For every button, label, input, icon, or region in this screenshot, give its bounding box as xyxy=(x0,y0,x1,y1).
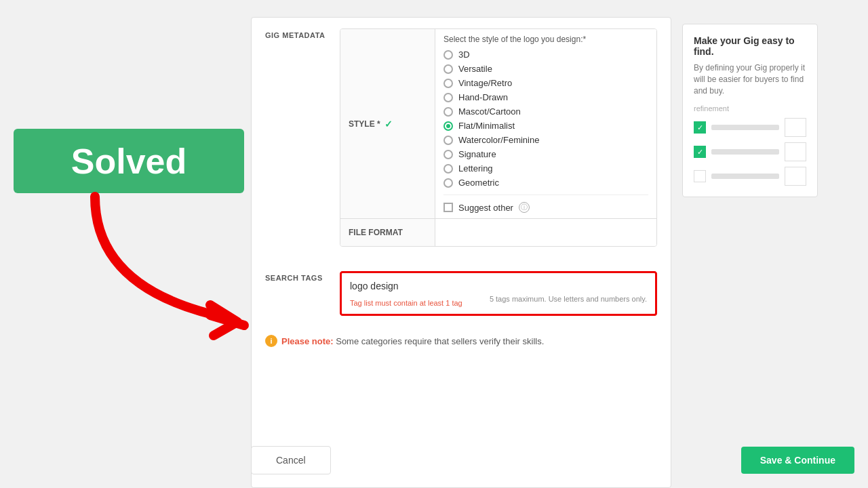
form-panel: GIG METADATA STYLE * ✓ Select the style … xyxy=(251,17,671,488)
ref-line-2 xyxy=(711,149,779,155)
note-icon-text: i xyxy=(270,337,272,345)
search-tags-section: SEARCH TAGS Tag list must contain at lea… xyxy=(252,260,671,327)
radio-flat[interactable] xyxy=(443,121,453,131)
option-hand-drawn-label: Hand-Drawn xyxy=(458,92,508,102)
tag-hint-text: 5 tags maximum. Use letters and numbers … xyxy=(490,295,647,307)
sidebar-desc: By defining your Gig properly it will be… xyxy=(694,62,806,96)
tags-footer: Tag list must contain at least 1 tag 5 t… xyxy=(350,295,647,307)
file-format-content-col xyxy=(435,219,656,246)
metadata-table: STYLE * ✓ Select the style of the logo y… xyxy=(340,28,657,247)
file-format-label-text: FILE FORMAT xyxy=(349,228,403,237)
radio-watercolor[interactable] xyxy=(443,136,453,145)
style-label-col: STYLE * ✓ xyxy=(340,29,435,218)
search-tags-box: Tag list must contain at least 1 tag 5 t… xyxy=(340,271,657,316)
radio-geometric[interactable] xyxy=(443,178,453,188)
option-vintage[interactable]: Vintage/Retro xyxy=(443,78,648,88)
file-format-row: FILE FORMAT xyxy=(340,219,656,246)
refinement-row-2: ✓ xyxy=(694,142,806,161)
sidebar-title: Make your Gig easy to find. xyxy=(694,35,806,57)
option-flat-label: Flat/Minimalist xyxy=(458,121,515,131)
option-3d[interactable]: 3D xyxy=(443,49,648,60)
suggest-other-row: Suggest other ⓘ xyxy=(443,195,648,213)
option-mascot-label: Mascot/Cartoon xyxy=(458,106,521,117)
suggest-other-checkbox[interactable] xyxy=(443,203,453,212)
gig-metadata-label: GIG METADATA xyxy=(265,31,340,39)
note-text: Please note: Some categories require tha… xyxy=(281,336,544,346)
option-lettering-label: Lettering xyxy=(458,163,493,174)
note-icon: i xyxy=(265,335,277,347)
tag-error-text: Tag list must contain at least 1 tag xyxy=(350,299,462,307)
radio-hand-drawn[interactable] xyxy=(443,93,453,102)
refinement-row-3 xyxy=(694,167,806,186)
radio-3d[interactable] xyxy=(443,50,453,60)
solved-text: Solved xyxy=(71,141,187,182)
refinement-rows: ✓ ✓ xyxy=(694,118,806,186)
style-checkmark: ✓ xyxy=(384,119,393,129)
ref-square-2 xyxy=(785,142,806,161)
suggest-other-info-icon[interactable]: ⓘ xyxy=(519,202,530,213)
option-lettering[interactable]: Lettering xyxy=(443,163,648,174)
option-signature-label: Signature xyxy=(458,149,496,159)
ref-square-3 xyxy=(785,167,806,186)
style-content-col: Select the style of the logo you design:… xyxy=(435,29,656,218)
option-watercolor-label: Watercolor/Feminine xyxy=(458,135,539,145)
style-label-text: STYLE * xyxy=(349,119,380,129)
search-tags-input[interactable] xyxy=(350,281,647,291)
option-versatile[interactable]: Versatile xyxy=(443,64,648,74)
ref-checkbox-2: ✓ xyxy=(694,146,706,158)
sidebar-refinement-label: refinement xyxy=(694,104,806,113)
radio-lettering[interactable] xyxy=(443,164,453,174)
ref-checkbox-1: ✓ xyxy=(694,121,706,134)
option-mascot[interactable]: Mascot/Cartoon xyxy=(443,106,648,117)
option-signature[interactable]: Signature xyxy=(443,149,648,159)
option-3d-label: 3D xyxy=(458,49,470,60)
cancel-button[interactable]: Cancel xyxy=(251,446,331,474)
radio-mascot[interactable] xyxy=(443,107,453,117)
page-wrapper: Solved GIG METADATA STYLE * ✓ xyxy=(0,0,868,488)
bottom-bar: Cancel Save & Continue xyxy=(251,446,854,474)
style-options-list: 3D Versatile Vintage/Retro xyxy=(443,49,648,188)
option-hand-drawn[interactable]: Hand-Drawn xyxy=(443,92,648,102)
style-title: Select the style of the logo you design:… xyxy=(443,35,648,44)
style-row: STYLE * ✓ Select the style of the logo y… xyxy=(340,29,656,219)
note-body-text: Some categories require that sellers ver… xyxy=(336,336,544,346)
note-bold-text: Please note: xyxy=(281,336,334,346)
red-arrow xyxy=(41,183,271,373)
refinement-row-1: ✓ xyxy=(694,118,806,137)
option-versatile-label: Versatile xyxy=(458,64,492,74)
note-section: i Please note: Some categories require t… xyxy=(252,327,671,355)
ref-square-1 xyxy=(785,118,806,137)
ref-line-1 xyxy=(711,125,779,130)
ref-checkbox-3 xyxy=(694,170,706,182)
radio-versatile[interactable] xyxy=(443,64,453,74)
solved-banner: Solved xyxy=(14,129,244,193)
radio-vintage[interactable] xyxy=(443,79,453,88)
search-tags-label: SEARCH TAGS xyxy=(265,274,340,282)
radio-signature[interactable] xyxy=(443,150,453,159)
option-vintage-label: Vintage/Retro xyxy=(458,78,512,88)
option-geometric[interactable]: Geometric xyxy=(443,178,648,188)
option-geometric-label: Geometric xyxy=(458,178,499,188)
file-format-label-col: FILE FORMAT xyxy=(340,219,435,246)
sidebar-panel: Make your Gig easy to find. By defining … xyxy=(682,24,818,197)
suggest-other-label: Suggest other xyxy=(458,203,513,213)
option-flat[interactable]: Flat/Minimalist xyxy=(443,121,648,131)
gig-metadata-section: GIG METADATA STYLE * ✓ Select the style … xyxy=(252,18,671,258)
save-continue-button[interactable]: Save & Continue xyxy=(741,447,854,474)
main-content: GIG METADATA STYLE * ✓ Select the style … xyxy=(251,17,868,488)
ref-line-3 xyxy=(711,174,779,179)
option-watercolor[interactable]: Watercolor/Feminine xyxy=(443,135,648,145)
